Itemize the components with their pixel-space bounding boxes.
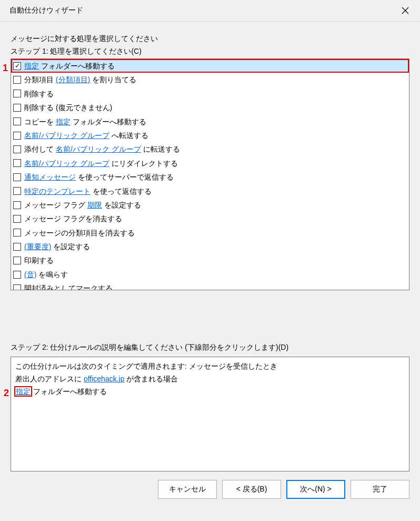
action-text-part: を割り当てる (90, 75, 136, 84)
step1-label: ステップ 1: 処理を選択してください(C) (11, 47, 409, 56)
action-label: 名前/パブリック グループ へ転送する (24, 130, 148, 141)
action-row[interactable]: 分類項目 (分類項目) を割り当てる (11, 73, 409, 86)
action-link[interactable]: 名前/パブリック グループ (24, 131, 109, 140)
action-label: 印刷する (24, 254, 54, 266)
action-text-part: 印刷する (24, 256, 54, 264)
action-checkbox[interactable] (13, 159, 21, 167)
action-checkbox[interactable] (13, 62, 21, 70)
action-text-part: に転送する (141, 145, 180, 153)
desc-folder-link[interactable]: 指定 (15, 387, 31, 396)
action-row[interactable]: コピーを 指定 フォルダーへ移動する (11, 115, 409, 129)
action-row[interactable]: 開封済みとしてマークする (11, 281, 409, 290)
action-text-part: を鳴らす (36, 270, 68, 279)
window-title: 自動仕分けウィザード (9, 6, 83, 15)
action-row[interactable]: メッセージ フラグを消去する (11, 212, 409, 225)
action-link[interactable]: (重要度) (24, 242, 51, 251)
finish-button[interactable]: 完了 (351, 480, 409, 499)
close-icon (402, 7, 409, 14)
action-row[interactable]: (重要度) を設定する (11, 240, 409, 253)
action-text-part: 分類項目 (24, 75, 56, 84)
action-text-part: コピーを (24, 117, 56, 126)
action-label: 開封済みとしてマークする (24, 282, 113, 290)
action-checkbox[interactable] (13, 257, 21, 264)
action-text-part: を設定する (51, 242, 90, 251)
action-checkbox[interactable] (13, 271, 21, 279)
action-checkbox[interactable] (13, 145, 21, 153)
action-link[interactable]: (分類項目) (56, 75, 90, 84)
desc-line2-post: が含まれる場合 (124, 375, 178, 383)
instruction-text: メッセージに対する処理を選択してください (11, 34, 409, 44)
action-checkbox[interactable] (13, 284, 21, 290)
desc-line2-pre: 差出人のアドレスに (15, 375, 84, 383)
action-text-part: を設定する (102, 201, 141, 209)
action-text-part: フォルダーへ移動する (71, 117, 146, 126)
desc-line-2: 差出人のアドレスに officehack.jp が含まれる場合 (15, 373, 405, 386)
rule-description-box: この仕分けルールは次のタイミングで適用されます: メッセージを受信したとき 差出… (11, 357, 409, 471)
action-text-part: 開封済みとしてマークする (24, 284, 113, 290)
action-row[interactable]: 通知メッセージ を使ってサーバーで返信する (11, 170, 409, 184)
action-label: メッセージ フラグ 期限 を設定する (24, 199, 141, 211)
action-link[interactable]: 期限 (87, 201, 102, 209)
cancel-button[interactable]: キャンセル (158, 480, 217, 499)
action-label: 分類項目 (分類項目) を割り当てる (24, 74, 136, 85)
action-label: 添付して 名前/パブリック グループ に転送する (24, 143, 180, 155)
action-label: 特定のテンプレート を使って返信する (24, 185, 152, 197)
action-row[interactable]: 指定 フォルダーへ移動する (11, 59, 409, 73)
action-text-part: を使ってサーバーで返信する (76, 173, 174, 181)
back-button[interactable]: < 戻る(B) (222, 480, 281, 499)
action-checkbox[interactable] (13, 201, 21, 209)
action-row[interactable]: メッセージ フラグ 期限 を設定する (11, 198, 409, 212)
step2-label: ステップ 2: 仕分けルールの説明を編集してください (下線部分をクリックします… (11, 343, 409, 352)
action-label: 削除する (復元できません) (24, 102, 112, 113)
action-checkbox[interactable] (13, 187, 21, 195)
action-text-part: を使って返信する (91, 187, 152, 195)
close-button[interactable] (397, 3, 414, 18)
action-link[interactable]: 通知メッセージ (24, 173, 76, 181)
action-text-part: メッセージの分類項目を消去する (24, 229, 135, 237)
next-button[interactable]: 次へ(N) > (286, 480, 345, 499)
action-label: 指定 フォルダーへ移動する (24, 60, 115, 72)
action-row[interactable]: メッセージの分類項目を消去する (11, 226, 409, 240)
action-checkbox[interactable] (13, 132, 21, 140)
titlebar: 自動仕分けウィザード (0, 0, 420, 22)
action-link[interactable]: (音) (24, 270, 36, 279)
action-link[interactable]: 指定 (56, 117, 71, 126)
action-row[interactable]: 名前/パブリック グループ にリダイレクトする (11, 156, 409, 170)
action-checkbox[interactable] (13, 104, 21, 112)
action-row[interactable]: 特定のテンプレート を使って返信する (11, 184, 409, 198)
action-checkbox[interactable] (13, 117, 21, 125)
action-row[interactable]: 名前/パブリック グループ へ転送する (11, 129, 409, 142)
action-checkbox[interactable] (13, 173, 21, 181)
action-text-part: メッセージ フラグ (24, 201, 87, 209)
action-checkbox[interactable] (13, 215, 21, 223)
action-row[interactable]: (音) を鳴らす (11, 268, 409, 281)
action-label: メッセージの分類項目を消去する (24, 227, 135, 239)
action-label: (重要度) を設定する (24, 241, 90, 252)
action-checkbox[interactable] (13, 229, 21, 237)
action-text-part: にリダイレクトする (109, 159, 178, 168)
action-link[interactable]: 名前/パブリック グループ (56, 145, 141, 153)
action-link[interactable]: 指定 (24, 62, 39, 70)
desc-sender-link[interactable]: officehack.jp (84, 375, 125, 383)
action-link[interactable]: 特定のテンプレート (24, 187, 91, 195)
action-label: コピーを 指定 フォルダーへ移動する (24, 116, 146, 127)
action-label: 削除する (24, 88, 54, 100)
action-row[interactable]: 添付して 名前/パブリック グループ に転送する (11, 142, 409, 156)
action-text-part: メッセージ フラグを消去する (24, 214, 122, 223)
action-link[interactable]: 名前/パブリック グループ (24, 159, 109, 168)
action-text-part: 添付して (24, 145, 56, 153)
desc-line3-post: フォルダーへ移動する (31, 387, 107, 396)
action-checkbox[interactable] (13, 243, 21, 251)
action-label: (音) を鳴らす (24, 269, 68, 280)
actions-list[interactable]: 指定 フォルダーへ移動する分類項目 (分類項目) を割り当てる削除する削除する … (11, 58, 409, 290)
action-row[interactable]: 印刷する (11, 253, 409, 267)
action-checkbox[interactable] (13, 76, 21, 84)
action-row[interactable]: 削除する (復元できません) (11, 101, 409, 114)
action-text-part: フォルダーへ移動する (39, 62, 115, 70)
action-text-part: へ転送する (109, 131, 148, 140)
action-checkbox[interactable] (13, 90, 21, 97)
action-text-part: 削除する (24, 90, 54, 98)
desc-line-3: 指定 フォルダーへ移動する (15, 386, 405, 398)
action-row[interactable]: 削除する (11, 87, 409, 101)
action-text-part: 削除する (復元できません) (24, 103, 112, 112)
